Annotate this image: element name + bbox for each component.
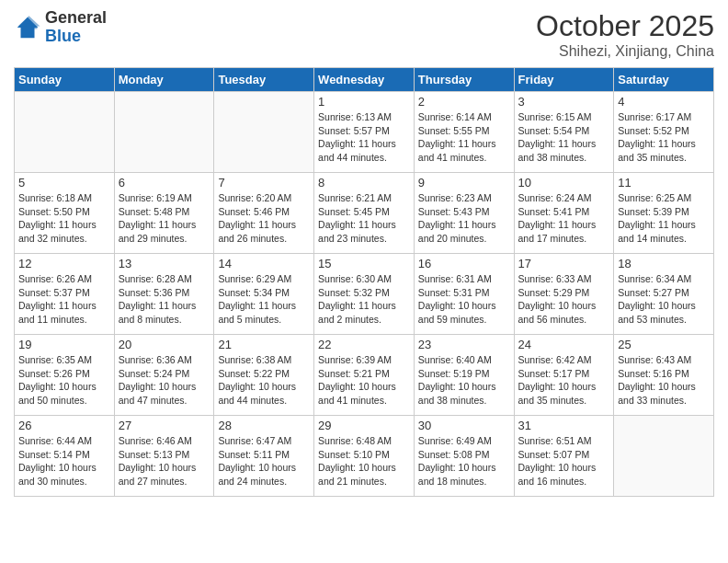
day-info: Sunrise: 6:42 AM Sunset: 5:17 PM Dayligh… bbox=[518, 353, 610, 408]
day-number: 26 bbox=[18, 419, 110, 432]
day-number: 30 bbox=[418, 419, 510, 432]
calendar-table: SundayMondayTuesdayWednesdayThursdayFrid… bbox=[14, 67, 714, 497]
calendar-cell: 17Sunrise: 6:33 AM Sunset: 5:29 PM Dayli… bbox=[514, 254, 614, 335]
calendar-cell: 23Sunrise: 6:40 AM Sunset: 5:19 PM Dayli… bbox=[414, 335, 514, 416]
calendar-cell: 12Sunrise: 6:26 AM Sunset: 5:37 PM Dayli… bbox=[15, 254, 115, 335]
calendar-week-row: 12Sunrise: 6:26 AM Sunset: 5:37 PM Dayli… bbox=[15, 254, 714, 335]
calendar-cell: 10Sunrise: 6:24 AM Sunset: 5:41 PM Dayli… bbox=[514, 173, 614, 254]
day-number: 14 bbox=[218, 257, 310, 270]
calendar-cell: 13Sunrise: 6:28 AM Sunset: 5:36 PM Dayli… bbox=[114, 254, 214, 335]
calendar-cell: 31Sunrise: 6:51 AM Sunset: 5:07 PM Dayli… bbox=[514, 416, 614, 497]
day-info: Sunrise: 6:46 AM Sunset: 5:13 PM Dayligh… bbox=[119, 434, 210, 488]
day-info: Sunrise: 6:24 AM Sunset: 5:41 PM Dayligh… bbox=[518, 191, 610, 246]
calendar-week-row: 5Sunrise: 6:18 AM Sunset: 5:50 PM Daylig… bbox=[15, 173, 714, 254]
day-info: Sunrise: 6:29 AM Sunset: 5:34 PM Dayligh… bbox=[218, 272, 310, 327]
day-number: 16 bbox=[418, 257, 510, 270]
day-info: Sunrise: 6:13 AM Sunset: 5:57 PM Dayligh… bbox=[318, 110, 410, 165]
day-number: 28 bbox=[218, 419, 310, 432]
day-number: 24 bbox=[518, 338, 610, 351]
day-info: Sunrise: 6:48 AM Sunset: 5:10 PM Dayligh… bbox=[318, 434, 410, 488]
calendar-cell: 21Sunrise: 6:38 AM Sunset: 5:22 PM Dayli… bbox=[214, 335, 314, 416]
calendar-cell: 30Sunrise: 6:49 AM Sunset: 5:08 PM Dayli… bbox=[414, 416, 514, 497]
day-info: Sunrise: 6:19 AM Sunset: 5:48 PM Dayligh… bbox=[119, 191, 210, 246]
calendar-header-row: SundayMondayTuesdayWednesdayThursdayFrid… bbox=[15, 68, 714, 92]
day-number: 19 bbox=[18, 338, 110, 351]
day-info: Sunrise: 6:47 AM Sunset: 5:11 PM Dayligh… bbox=[218, 434, 310, 488]
calendar-week-row: 26Sunrise: 6:44 AM Sunset: 5:14 PM Dayli… bbox=[15, 416, 714, 497]
calendar-cell: 1Sunrise: 6:13 AM Sunset: 5:57 PM Daylig… bbox=[314, 92, 415, 173]
calendar-cell: 11Sunrise: 6:25 AM Sunset: 5:39 PM Dayli… bbox=[614, 173, 714, 254]
page-container: General Blue October 2025 Shihezi, Xinji… bbox=[0, 0, 728, 506]
day-number: 7 bbox=[218, 176, 310, 190]
day-info: Sunrise: 6:14 AM Sunset: 5:55 PM Dayligh… bbox=[418, 110, 510, 165]
day-number: 15 bbox=[318, 257, 410, 270]
calendar-cell bbox=[114, 92, 214, 173]
day-number: 18 bbox=[618, 257, 710, 270]
day-number: 12 bbox=[18, 257, 110, 270]
logo: General Blue bbox=[14, 9, 107, 46]
day-number: 9 bbox=[418, 176, 510, 190]
day-info: Sunrise: 6:43 AM Sunset: 5:16 PM Dayligh… bbox=[618, 353, 710, 408]
calendar-cell: 3Sunrise: 6:15 AM Sunset: 5:54 PM Daylig… bbox=[514, 92, 614, 173]
logo-general: General bbox=[45, 9, 107, 28]
calendar-day-header: Monday bbox=[114, 68, 214, 92]
calendar-week-row: 1Sunrise: 6:13 AM Sunset: 5:57 PM Daylig… bbox=[15, 92, 714, 173]
day-number: 3 bbox=[518, 95, 610, 109]
day-info: Sunrise: 6:23 AM Sunset: 5:43 PM Dayligh… bbox=[418, 191, 510, 246]
calendar-day-header: Wednesday bbox=[314, 68, 415, 92]
calendar-day-header: Saturday bbox=[614, 68, 714, 92]
day-info: Sunrise: 6:39 AM Sunset: 5:21 PM Dayligh… bbox=[318, 353, 410, 408]
day-info: Sunrise: 6:31 AM Sunset: 5:31 PM Dayligh… bbox=[418, 272, 510, 327]
month-title: October 2025 bbox=[536, 9, 714, 43]
day-info: Sunrise: 6:34 AM Sunset: 5:27 PM Dayligh… bbox=[618, 272, 710, 327]
location: Shihezi, Xinjiang, China bbox=[536, 43, 714, 60]
day-info: Sunrise: 6:51 AM Sunset: 5:07 PM Dayligh… bbox=[518, 434, 610, 488]
calendar-cell: 9Sunrise: 6:23 AM Sunset: 5:43 PM Daylig… bbox=[414, 173, 514, 254]
calendar-cell: 28Sunrise: 6:47 AM Sunset: 5:11 PM Dayli… bbox=[214, 416, 314, 497]
calendar-cell: 24Sunrise: 6:42 AM Sunset: 5:17 PM Dayli… bbox=[514, 335, 614, 416]
day-number: 8 bbox=[318, 176, 410, 190]
logo-blue: Blue bbox=[45, 28, 107, 46]
calendar-cell: 29Sunrise: 6:48 AM Sunset: 5:10 PM Dayli… bbox=[314, 416, 415, 497]
title-block: October 2025 Shihezi, Xinjiang, China bbox=[536, 9, 714, 60]
calendar-day-header: Tuesday bbox=[214, 68, 314, 92]
calendar-cell: 7Sunrise: 6:20 AM Sunset: 5:46 PM Daylig… bbox=[214, 173, 314, 254]
day-info: Sunrise: 6:30 AM Sunset: 5:32 PM Dayligh… bbox=[318, 272, 410, 327]
day-number: 1 bbox=[318, 95, 410, 109]
calendar-day-header: Sunday bbox=[15, 68, 115, 92]
day-number: 22 bbox=[318, 338, 410, 351]
calendar-cell: 25Sunrise: 6:43 AM Sunset: 5:16 PM Dayli… bbox=[614, 335, 714, 416]
logo-icon bbox=[14, 14, 41, 41]
day-info: Sunrise: 6:18 AM Sunset: 5:50 PM Dayligh… bbox=[18, 191, 110, 246]
day-number: 11 bbox=[618, 176, 710, 190]
day-number: 13 bbox=[119, 257, 210, 270]
day-info: Sunrise: 6:35 AM Sunset: 5:26 PM Dayligh… bbox=[18, 353, 110, 408]
day-number: 23 bbox=[418, 338, 510, 351]
day-number: 5 bbox=[18, 176, 110, 190]
calendar-cell: 6Sunrise: 6:19 AM Sunset: 5:48 PM Daylig… bbox=[114, 173, 214, 254]
day-info: Sunrise: 6:33 AM Sunset: 5:29 PM Dayligh… bbox=[518, 272, 610, 327]
calendar-cell: 26Sunrise: 6:44 AM Sunset: 5:14 PM Dayli… bbox=[15, 416, 115, 497]
calendar-cell: 16Sunrise: 6:31 AM Sunset: 5:31 PM Dayli… bbox=[414, 254, 514, 335]
day-info: Sunrise: 6:40 AM Sunset: 5:19 PM Dayligh… bbox=[418, 353, 510, 408]
calendar-cell bbox=[614, 416, 714, 497]
day-number: 4 bbox=[618, 95, 710, 109]
day-info: Sunrise: 6:25 AM Sunset: 5:39 PM Dayligh… bbox=[618, 191, 710, 246]
day-number: 21 bbox=[218, 338, 310, 351]
calendar-cell: 18Sunrise: 6:34 AM Sunset: 5:27 PM Dayli… bbox=[614, 254, 714, 335]
calendar-cell: 27Sunrise: 6:46 AM Sunset: 5:13 PM Dayli… bbox=[114, 416, 214, 497]
day-info: Sunrise: 6:36 AM Sunset: 5:24 PM Dayligh… bbox=[119, 353, 210, 408]
calendar-cell: 20Sunrise: 6:36 AM Sunset: 5:24 PM Dayli… bbox=[114, 335, 214, 416]
day-info: Sunrise: 6:17 AM Sunset: 5:52 PM Dayligh… bbox=[618, 110, 710, 165]
calendar-cell: 4Sunrise: 6:17 AM Sunset: 5:52 PM Daylig… bbox=[614, 92, 714, 173]
day-info: Sunrise: 6:44 AM Sunset: 5:14 PM Dayligh… bbox=[18, 434, 110, 488]
day-number: 20 bbox=[119, 338, 210, 351]
calendar-cell: 8Sunrise: 6:21 AM Sunset: 5:45 PM Daylig… bbox=[314, 173, 415, 254]
calendar-cell: 5Sunrise: 6:18 AM Sunset: 5:50 PM Daylig… bbox=[15, 173, 115, 254]
calendar-day-header: Thursday bbox=[414, 68, 514, 92]
day-number: 25 bbox=[618, 338, 710, 351]
day-number: 27 bbox=[119, 419, 210, 432]
day-number: 29 bbox=[318, 419, 410, 432]
logo-text: General Blue bbox=[45, 9, 107, 46]
day-number: 2 bbox=[418, 95, 510, 109]
